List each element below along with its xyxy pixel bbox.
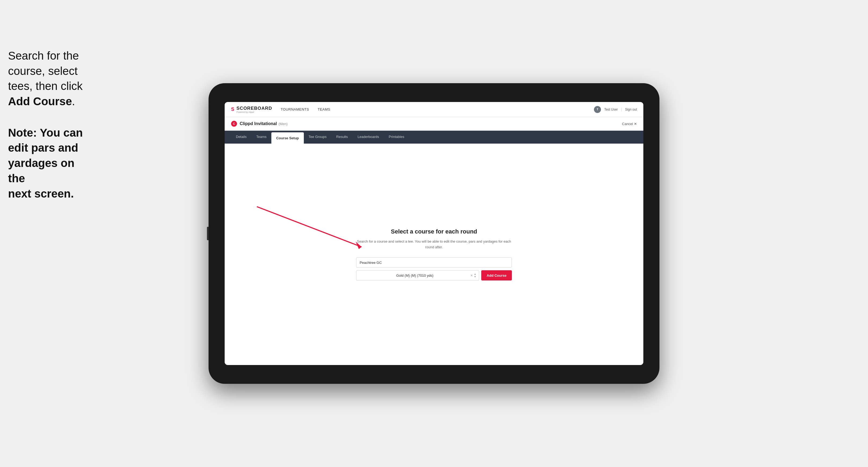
sign-out-link[interactable]: Sign out <box>625 107 637 112</box>
logo-name: SCOREBOARD <box>237 106 272 111</box>
logo-sub: Powered by clippd <box>237 111 272 113</box>
cancel-label: Cancel <box>622 122 633 126</box>
tablet-screen: S SCOREBOARD Powered by clippd TOURNAMEN… <box>225 102 643 365</box>
tab-printables[interactable]: Printables <box>384 131 409 144</box>
tablet-side-button <box>207 227 209 240</box>
topnav-links: TOURNAMENTS TEAMS <box>281 107 331 112</box>
annotation-highlight: Add Course <box>8 95 72 107</box>
tab-results[interactable]: Results <box>332 131 353 144</box>
tablet-frame: S SCOREBOARD Powered by clippd TOURNAMEN… <box>209 83 659 384</box>
annotation-text: Search for thecourse, selecttees, then c… <box>8 50 83 107</box>
tee-select-text: Gold (M) (M) (7010 yds) <box>359 274 470 278</box>
tee-arrow-up: ▲ <box>474 273 476 275</box>
tournament-icon: C <box>231 121 237 127</box>
tab-tee-groups[interactable]: Tee Groups <box>304 131 332 144</box>
logo-icon: S <box>231 106 234 112</box>
card-title: Select a course for each round <box>356 228 512 235</box>
top-navigation: S SCOREBOARD Powered by clippd TOURNAMEN… <box>225 102 643 117</box>
tab-leaderboards[interactable]: Leaderboards <box>353 131 384 144</box>
card-description: Search for a course and select a tee. Yo… <box>356 239 512 250</box>
tournament-header: C Clippd Invitational (Men) Cancel ✕ <box>225 117 643 131</box>
tab-teams[interactable]: Teams <box>251 131 271 144</box>
tab-details[interactable]: Details <box>231 131 251 144</box>
user-name: Test User <box>604 107 618 112</box>
nav-teams[interactable]: TEAMS <box>317 107 330 112</box>
tab-navigation: Details Teams Course Setup Tee Groups Re… <box>225 131 643 144</box>
logo-c: S <box>231 106 234 112</box>
tee-clear-button[interactable]: × <box>470 273 473 278</box>
cancel-x: ✕ <box>634 122 637 126</box>
annotation-panel: Search for thecourse, selecttees, then c… <box>8 48 86 201</box>
tee-selection-row: Gold (M) (M) (7010 yds) × ▲ ▼ Add Course <box>356 270 512 280</box>
logo-text-block: SCOREBOARD Powered by clippd <box>237 106 272 113</box>
tournament-title: Clippd Invitational <box>240 121 277 126</box>
content-card: Select a course for each round Search fo… <box>356 228 512 281</box>
logo-area: S SCOREBOARD Powered by clippd <box>231 106 272 113</box>
user-avatar: T <box>594 106 601 113</box>
tee-arrow-down: ▼ <box>474 276 476 278</box>
topnav-right: T Test User | Sign out <box>594 106 637 113</box>
tee-arrows: ▲ ▼ <box>474 273 476 278</box>
course-search-input[interactable] <box>356 257 512 268</box>
nav-tournaments[interactable]: TOURNAMENTS <box>281 107 309 112</box>
tab-course-setup[interactable]: Course Setup <box>271 132 304 144</box>
main-content: Select a course for each round Search fo… <box>225 144 643 365</box>
annotation-note: Note: You canedit pars andyardages on th… <box>8 125 86 201</box>
cancel-button[interactable]: Cancel ✕ <box>622 122 637 126</box>
logo-text: SCOREBOARD <box>237 106 272 111</box>
tournament-subtitle: (Men) <box>279 122 288 126</box>
add-course-button[interactable]: Add Course <box>481 270 512 280</box>
pipe-separator: | <box>621 107 622 112</box>
tee-select-wrapper[interactable]: Gold (M) (M) (7010 yds) × ▲ ▼ <box>356 270 479 280</box>
